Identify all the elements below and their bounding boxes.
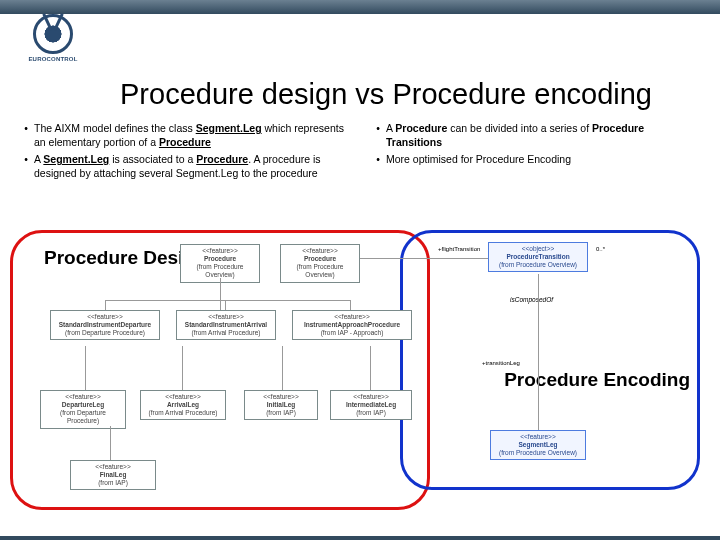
bullet-item: • More optimised for Procedure Encoding: [370, 153, 702, 167]
bullet-text: The AIXM model defines the class Segment…: [34, 122, 350, 149]
connector: [182, 346, 183, 390]
eurocontrol-icon: [33, 14, 73, 54]
connector: [360, 258, 488, 259]
uml-class-small: <<feature>> IntermediateLeg (from IAP): [330, 390, 412, 420]
multiplicity-label: 0..*: [596, 246, 605, 252]
bullet-marker: •: [18, 153, 34, 180]
bullet-marker: •: [18, 122, 34, 149]
uml-class-arrival: <<feature>> StandardInstrumentArrival (f…: [176, 310, 276, 340]
connector: [350, 300, 351, 310]
bullet-marker: •: [370, 122, 386, 149]
bullet-marker: •: [370, 153, 386, 167]
uml-class-procedure-2: <<feature>> Procedure (from Procedure Ov…: [280, 244, 360, 283]
connector: [538, 274, 539, 430]
uml-class-sid: <<feature>> StandardInstrumentDeparture …: [50, 310, 160, 340]
label-procedure-encoding: Procedure Encoding: [504, 370, 690, 391]
page-title: Procedure design vs Procedure encoding: [120, 78, 652, 111]
bullet-item: • The AIXM model defines the class Segme…: [18, 122, 350, 149]
uml-class-iap: <<feature>> InstrumentApproachProcedure …: [292, 310, 412, 340]
bullets-left: • The AIXM model defines the class Segme…: [18, 122, 350, 185]
org-label: EUROCONTROL: [28, 56, 77, 62]
connector: [282, 346, 283, 390]
bullet-text: A Segment.Leg is associated to a Procedu…: [34, 153, 350, 180]
connector: [220, 278, 221, 310]
uml-class-small: <<feature>> InitialLeg (from IAP): [244, 390, 318, 420]
connector: [225, 300, 226, 310]
connector: [85, 346, 86, 390]
uml-class-segment-leg: <<feature>> SegmentLeg (from Procedure O…: [490, 430, 586, 460]
bottom-bar: [0, 536, 720, 540]
role-label: +flightTransition: [438, 246, 480, 252]
org-logo: EUROCONTROL: [18, 14, 88, 62]
role-label: +transitionLeg: [482, 360, 520, 366]
connector: [110, 426, 111, 460]
bullet-text: A Procedure can be divided into a series…: [386, 122, 702, 149]
connector: [370, 346, 371, 390]
bullets-row: • The AIXM model defines the class Segme…: [18, 122, 702, 185]
uml-class-small: <<feature>> ArrivalLeg (from Arrival Pro…: [140, 390, 226, 420]
bullet-text: More optimised for Procedure Encoding: [386, 153, 702, 167]
uml-class-small: <<feature>> DepartureLeg (from Departure…: [40, 390, 126, 429]
uml-class-procedure: <<feature>> Procedure (from Procedure Ov…: [180, 244, 260, 283]
connector: [105, 300, 350, 301]
uml-class-procedure-transition: <<object>> ProcedureTransition (from Pro…: [488, 242, 588, 272]
role-label: isComposedOf: [510, 296, 553, 303]
bullet-item: • A Procedure can be divided into a seri…: [370, 122, 702, 149]
bullet-item: • A Segment.Leg is associated to a Proce…: [18, 153, 350, 180]
top-bar: [0, 0, 720, 14]
connector: [105, 300, 106, 310]
uml-class-small: <<feature>> FinalLeg (from IAP): [70, 460, 156, 490]
uml-diagram: Procedure Design Procedure Encoding <<fe…: [10, 230, 710, 530]
bullets-right: • A Procedure can be divided into a seri…: [370, 122, 702, 185]
